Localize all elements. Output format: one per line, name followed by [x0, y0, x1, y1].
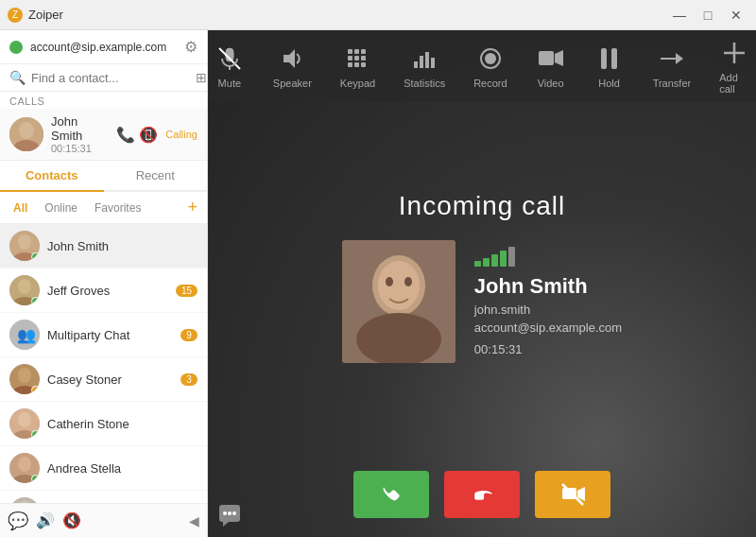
call-accept-button[interactable]: 📞: [116, 126, 135, 144]
search-icon: 🔍: [9, 70, 26, 85]
add-filter-button[interactable]: +: [187, 198, 198, 217]
svg-rect-27: [348, 49, 352, 54]
maximize-button[interactable]: □: [696, 6, 720, 25]
transfer-icon: [657, 43, 687, 74]
svg-point-55: [404, 277, 412, 286]
tab-recent[interactable]: Recent: [104, 161, 208, 192]
account-email: account@sip.example.com: [30, 41, 177, 54]
toolbar-statistics[interactable]: Statistics: [404, 43, 445, 89]
svg-rect-32: [361, 56, 366, 61]
signal-bar-1: [474, 261, 481, 267]
close-button[interactable]: ✕: [724, 6, 748, 25]
bottom-bar: 💬 🔊 🔇 ◀: [0, 503, 207, 537]
badge: 3: [180, 373, 198, 386]
call-toolbar: Mute Speaker: [208, 30, 756, 102]
list-item[interactable]: Jeff Groves 15: [0, 268, 207, 313]
tab-contacts[interactable]: Contacts: [0, 161, 104, 192]
toolbar-add-call[interactable]: Add call: [719, 38, 749, 95]
mute-button[interactable]: 🔇: [62, 511, 81, 529]
caller-username: john.smith: [474, 303, 622, 317]
left-panel: account@sip.example.com ⚙ 🔍 ⊞ calls John…: [0, 30, 208, 537]
toolbar-record[interactable]: Record: [473, 43, 507, 89]
mute-video-button[interactable]: [535, 471, 610, 518]
caller-photo: [342, 240, 455, 363]
badge: 15: [176, 285, 198, 297]
toolbar-transfer[interactable]: Transfer: [653, 43, 692, 89]
list-item[interactable]: John Smith: [0, 224, 207, 268]
filter-favorites[interactable]: Favorites: [91, 199, 145, 217]
signal-bar-4: [500, 251, 507, 267]
svg-rect-38: [425, 52, 429, 68]
contact-name: Multiparty Chat: [47, 328, 173, 342]
toolbar-mute[interactable]: Mute: [215, 43, 245, 89]
statistics-icon: [409, 43, 439, 74]
svg-rect-42: [539, 51, 554, 65]
svg-rect-45: [611, 48, 617, 69]
signal-bar-2: [483, 258, 490, 267]
svg-marker-60: [223, 522, 229, 527]
svg-point-18: [18, 457, 31, 472]
keypad-label: Keypad: [340, 78, 375, 89]
collapse-button[interactable]: ◀: [189, 513, 199, 528]
svg-rect-31: [354, 56, 359, 61]
transfer-label: Transfer: [653, 78, 692, 89]
accept-call-button[interactable]: [353, 471, 429, 518]
signal-bar-5: [508, 247, 515, 267]
contact-list: John Smith Jeff Groves 15: [0, 224, 207, 503]
keypad-icon: [342, 43, 372, 74]
app-title: Zoiper: [28, 8, 63, 22]
search-bar: 🔍 ⊞: [0, 64, 207, 92]
avatar: [9, 231, 40, 261]
mute-icon: [215, 43, 245, 74]
svg-point-12: [18, 368, 31, 383]
search-input[interactable]: [31, 71, 190, 85]
statistics-label: Statistics: [404, 78, 445, 89]
caller-account: account@sip.example.com: [474, 320, 622, 335]
toolbar-keypad[interactable]: Keypad: [340, 43, 375, 89]
list-item[interactable]: Catherin Stone: [0, 402, 207, 446]
svg-point-62: [228, 511, 232, 515]
svg-point-54: [386, 277, 393, 286]
svg-rect-34: [354, 62, 359, 67]
speaker-button[interactable]: 🔊: [36, 511, 55, 529]
call-content: Incoming call: [208, 102, 756, 452]
contact-name: John Smith: [47, 239, 198, 253]
list-item[interactable]: Casey Stoner 3: [0, 357, 207, 402]
svg-rect-35: [361, 62, 366, 67]
svg-rect-33: [348, 62, 352, 67]
svg-rect-44: [601, 48, 607, 69]
call-info: John Smith 00:15:31: [51, 114, 109, 154]
title-bar: Z Zoiper — □ ✕: [0, 0, 756, 30]
svg-rect-39: [431, 58, 435, 68]
window-controls: — □ ✕: [667, 6, 748, 25]
contact-name: Casey Stoner: [47, 372, 173, 387]
svg-rect-30: [348, 56, 352, 61]
badge: 9: [180, 329, 198, 341]
filter-all[interactable]: All: [9, 199, 31, 217]
record-label: Record: [473, 78, 507, 89]
grid-view-button[interactable]: ⊞: [196, 70, 207, 85]
svg-rect-28: [354, 49, 359, 54]
call-decline-button[interactable]: 📵: [139, 126, 158, 144]
avatar: [9, 408, 40, 439]
toolbar-hold[interactable]: Hold: [594, 43, 625, 89]
filter-online[interactable]: Online: [41, 199, 81, 217]
contacts-tabs: Contacts Recent: [0, 161, 207, 192]
call-action-buttons: [208, 452, 756, 537]
svg-point-4: [18, 234, 31, 250]
account-bar: account@sip.example.com ⚙: [0, 30, 207, 64]
contact-name: Jeff Groves: [47, 284, 168, 298]
svg-point-7: [18, 279, 31, 294]
speaker-label: Speaker: [273, 78, 312, 89]
toolbar-speaker[interactable]: Speaker: [273, 43, 312, 89]
call-name: John Smith: [51, 114, 109, 143]
minimize-button[interactable]: —: [667, 6, 692, 25]
toolbar-video[interactable]: Video: [536, 43, 566, 89]
caller-duration: 00:15:31: [474, 342, 622, 356]
list-item[interactable]: Marco Minneman: [0, 491, 207, 503]
list-item[interactable]: Andrea Stella: [0, 446, 207, 491]
active-call-item[interactable]: John Smith 00:15:31 📞 📵 Calling: [0, 109, 207, 161]
settings-gear-button[interactable]: ⚙: [184, 38, 198, 56]
decline-call-button[interactable]: [444, 471, 520, 518]
list-item[interactable]: 👥 Multiparty Chat 9: [0, 313, 207, 357]
